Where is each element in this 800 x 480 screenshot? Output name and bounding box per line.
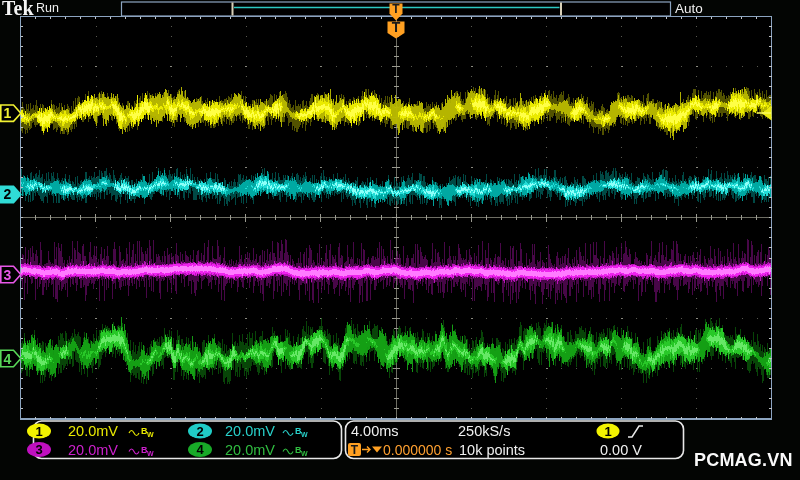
- svg-text:2: 2: [4, 186, 12, 202]
- svg-text:W: W: [147, 431, 154, 438]
- svg-text:20.0mV: 20.0mV: [68, 423, 118, 439]
- svg-text:10k points: 10k points: [459, 442, 525, 458]
- svg-text:20.0mV: 20.0mV: [225, 442, 275, 458]
- svg-text:2: 2: [196, 424, 203, 439]
- svg-text:20.0mV: 20.0mV: [68, 442, 118, 458]
- svg-text:4: 4: [4, 351, 12, 367]
- svg-text:T: T: [392, 19, 401, 35]
- svg-text:4: 4: [196, 442, 204, 457]
- svg-text:Tek: Tek: [2, 0, 34, 19]
- svg-text:250kS/s: 250kS/s: [458, 423, 510, 439]
- svg-text:PCMAG.VN: PCMAG.VN: [694, 450, 793, 470]
- svg-text:1: 1: [35, 424, 42, 439]
- svg-text:3: 3: [4, 267, 12, 283]
- svg-text:4.00ms: 4.00ms: [351, 423, 399, 439]
- svg-text:Auto: Auto: [675, 1, 703, 16]
- svg-text:1: 1: [604, 424, 611, 439]
- svg-text:0.000000 s: 0.000000 s: [383, 442, 452, 458]
- svg-text:0.00 V: 0.00 V: [600, 442, 642, 458]
- svg-text:Run: Run: [36, 1, 59, 15]
- svg-text:T: T: [351, 443, 359, 457]
- svg-text:1: 1: [4, 105, 12, 121]
- svg-text:W: W: [147, 450, 154, 457]
- svg-text:W: W: [301, 431, 308, 438]
- svg-text:3: 3: [35, 442, 42, 457]
- svg-text:20.0mV: 20.0mV: [225, 423, 275, 439]
- svg-text:T: T: [392, 2, 400, 16]
- svg-text:W: W: [301, 450, 308, 457]
